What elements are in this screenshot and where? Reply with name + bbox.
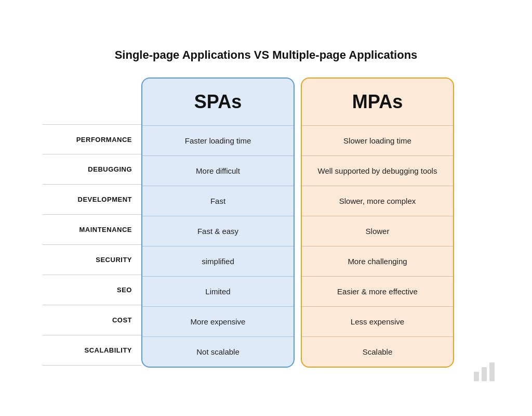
mpa-maintenance: Slower bbox=[302, 216, 453, 246]
mpa-cost: Less expensive bbox=[302, 306, 453, 336]
labels-column: PERFORMANCE DEBUGGING DEVELOPMENT MAINTE… bbox=[43, 77, 141, 368]
label-security: SECURITY bbox=[43, 245, 141, 275]
label-debugging: DEBUGGING bbox=[43, 154, 141, 185]
comparison-table: PERFORMANCE DEBUGGING DEVELOPMENT MAINTE… bbox=[43, 77, 489, 368]
label-seo: SEO bbox=[43, 275, 141, 305]
label-scalability: SCALABILITY bbox=[43, 335, 141, 366]
spa-column: SPAs Faster loading time More difficult … bbox=[141, 77, 295, 368]
label-maintenance: MAINTENANCE bbox=[43, 215, 141, 245]
watermark-icon bbox=[474, 362, 495, 383]
spa-maintenance: Fast & easy bbox=[142, 216, 294, 246]
mpa-column: MPAs Slower loading time Well supported … bbox=[301, 77, 454, 368]
svg-rect-1 bbox=[482, 367, 487, 381]
spa-header: SPAs bbox=[142, 79, 294, 125]
mpa-security: More challenging bbox=[302, 246, 453, 276]
svg-rect-2 bbox=[489, 362, 495, 381]
spa-cost: More expensive bbox=[142, 306, 294, 336]
svg-rect-0 bbox=[474, 372, 479, 381]
page-title: Single-page Applications VS Multiple-pag… bbox=[115, 48, 418, 62]
mpa-header: MPAs bbox=[302, 79, 453, 125]
spa-debugging: More difficult bbox=[142, 155, 294, 186]
spa-seo: Limited bbox=[142, 276, 294, 306]
mpa-scalability: Scalable bbox=[302, 336, 453, 367]
label-cost: COST bbox=[43, 305, 141, 335]
spa-security: simplified bbox=[142, 246, 294, 276]
spa-scalability: Not scalable bbox=[142, 336, 294, 367]
label-performance: PERFORMANCE bbox=[43, 124, 141, 154]
mpa-development: Slower, more complex bbox=[302, 186, 453, 216]
spa-development: Fast bbox=[142, 186, 294, 216]
label-development: DEVELOPMENT bbox=[43, 185, 141, 215]
mpa-debugging: Well supported by debugging tools bbox=[302, 155, 453, 186]
mpa-seo: Easier & more effective bbox=[302, 276, 453, 306]
mpa-performance: Slower loading time bbox=[302, 125, 453, 155]
spa-performance: Faster loading time bbox=[142, 125, 294, 155]
